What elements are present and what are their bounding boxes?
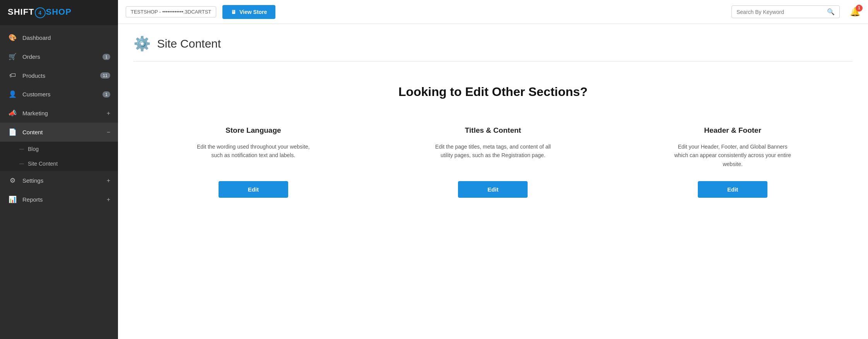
content-subnav: Blog Site Content xyxy=(0,142,118,171)
sidebar-label-dashboard: Dashboard xyxy=(22,34,110,41)
store-language-desc: Edit the wording used throughout your we… xyxy=(191,142,315,170)
logo-shop: SHOP xyxy=(46,7,72,17)
sidebar-item-marketing[interactable]: 📣 Marketing + xyxy=(0,104,118,123)
site-content-label: Site Content xyxy=(28,161,58,167)
sidebar-label-marketing: Marketing xyxy=(22,110,104,116)
view-store-button[interactable]: 🖥 View Store xyxy=(222,5,275,19)
settings-expand: + xyxy=(107,177,110,184)
sidebar-label-orders: Orders xyxy=(22,53,100,60)
page-title-area: ⚙️ Site Content xyxy=(133,36,853,52)
products-badge: 11 xyxy=(100,72,110,79)
sidebar-label-reports: Reports xyxy=(22,196,104,203)
content-icon: 📄 xyxy=(8,128,17,136)
page-title-icon: ⚙️ xyxy=(133,36,151,52)
sidebar-item-settings[interactable]: ⚙ Settings + xyxy=(0,171,118,190)
notification-bell[interactable]: 🔔 1 xyxy=(850,7,860,17)
sidebar-nav: 🎨 Dashboard 🛒 Orders 1 🏷 Products 11 👤 C… xyxy=(0,25,118,339)
sidebar-item-customers[interactable]: 👤 Customers 1 xyxy=(0,85,118,104)
sidebar-item-blog[interactable]: Blog xyxy=(0,142,118,156)
customers-badge: 1 xyxy=(103,91,110,98)
orders-badge: 1 xyxy=(103,54,110,60)
page-content: ⚙️ Site Content Looking to Edit Other Se… xyxy=(118,24,868,339)
logo: SHIFT4SHOP xyxy=(0,0,118,25)
sidebar-item-products[interactable]: 🏷 Products 11 xyxy=(0,66,118,85)
logo-shift: SHIFT xyxy=(8,7,34,17)
sidebar-item-dashboard[interactable]: 🎨 Dashboard xyxy=(0,28,118,47)
promo-heading: Looking to Edit Other Sections? xyxy=(133,85,853,99)
sidebar-item-reports[interactable]: 📊 Reports + xyxy=(0,190,118,209)
blog-label: Blog xyxy=(28,146,39,152)
sidebar-item-content[interactable]: 📄 Content − xyxy=(0,123,118,142)
cards-row: Store Language Edit the wording used thr… xyxy=(133,118,853,205)
promo-section: Looking to Edit Other Sections? Store La… xyxy=(133,77,853,221)
reports-expand: + xyxy=(107,196,110,203)
logo-four: 4 xyxy=(35,7,46,18)
search-box: 🔍 xyxy=(731,5,840,18)
monitor-icon: 🖥 xyxy=(231,9,236,15)
products-icon: 🏷 xyxy=(8,72,17,79)
store-language-edit-button[interactable]: Edit xyxy=(219,181,288,198)
title-divider xyxy=(133,61,853,62)
store-url: TESTSHOP - ••••••••••••.3DCARTST xyxy=(126,6,216,17)
sidebar-label-content: Content xyxy=(22,129,104,135)
marketing-icon: 📣 xyxy=(8,109,17,117)
header-footer-card: Header & Footer Edit your Header, Footer… xyxy=(655,118,810,205)
store-language-title: Store Language xyxy=(191,126,315,135)
marketing-expand: + xyxy=(107,110,110,117)
sidebar-label-settings: Settings xyxy=(22,177,104,184)
sidebar-item-site-content[interactable]: Site Content xyxy=(0,156,118,171)
sidebar: SHIFT4SHOP 🎨 Dashboard 🛒 Orders 1 🏷 Prod… xyxy=(0,0,118,339)
sidebar-label-customers: Customers xyxy=(22,91,100,98)
titles-content-title: Titles & Content xyxy=(431,126,555,135)
sidebar-label-products: Products xyxy=(22,72,98,79)
header-footer-edit-button[interactable]: Edit xyxy=(698,181,767,198)
store-language-card: Store Language Edit the wording used thr… xyxy=(176,118,331,205)
content-expand: − xyxy=(107,129,110,136)
titles-content-desc: Edit the page titles, meta tags, and con… xyxy=(431,142,555,170)
settings-icon: ⚙ xyxy=(8,176,17,185)
notification-badge: 1 xyxy=(856,5,863,12)
page-title: Site Content xyxy=(157,37,221,50)
main-area: TESTSHOP - ••••••••••••.3DCARTST 🖥 View … xyxy=(118,0,868,339)
titles-content-edit-button[interactable]: Edit xyxy=(458,181,528,198)
topbar: TESTSHOP - ••••••••••••.3DCARTST 🖥 View … xyxy=(118,0,868,24)
search-icon[interactable]: 🔍 xyxy=(827,8,835,15)
view-store-label: View Store xyxy=(239,9,267,15)
search-input[interactable] xyxy=(736,9,827,15)
sidebar-item-orders[interactable]: 🛒 Orders 1 xyxy=(0,47,118,66)
orders-icon: 🛒 xyxy=(8,53,17,61)
header-footer-title: Header & Footer xyxy=(671,126,795,135)
reports-icon: 📊 xyxy=(8,195,17,204)
customers-icon: 👤 xyxy=(8,90,17,98)
titles-content-card: Titles & Content Edit the page titles, m… xyxy=(415,118,570,205)
dashboard-icon: 🎨 xyxy=(8,34,17,42)
header-footer-desc: Edit your Header, Footer, and Global Ban… xyxy=(671,142,795,170)
